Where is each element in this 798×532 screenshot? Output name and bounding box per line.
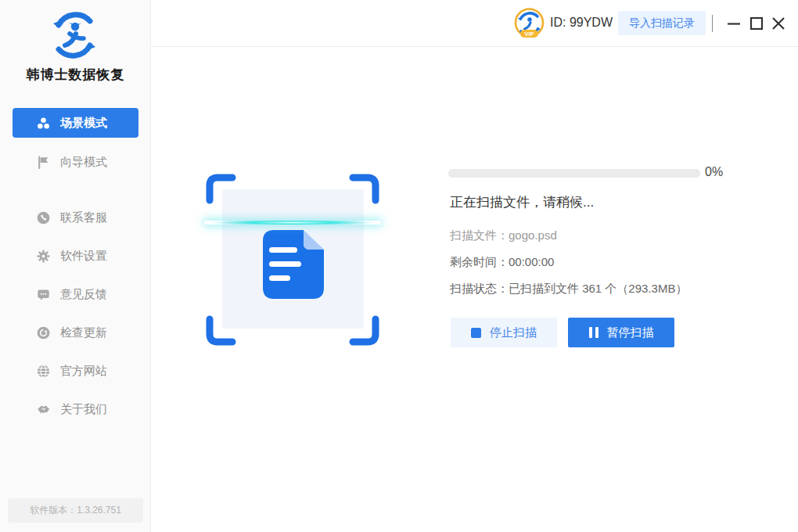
remaining-time-value: 00:00:00 [509, 255, 554, 268]
app-logo-icon [49, 9, 100, 61]
sidebar-item-check-update[interactable]: 检查更新 [13, 318, 138, 347]
sidebar-item-label: 场景模式 [60, 116, 107, 131]
sidebar-item-label: 向导模式 [60, 155, 107, 170]
minimize-button[interactable] [723, 13, 745, 34]
feedback-bubble-icon [37, 288, 50, 301]
import-scan-record-button[interactable]: 导入扫描记录 [618, 11, 706, 35]
sidebar-item-label: 软件设置 [60, 249, 107, 264]
contact-support-icon [37, 211, 50, 225]
user-id: ID: 99YDW [550, 16, 613, 30]
sidebar-item-label: 意见反馈 [60, 287, 107, 302]
maximize-icon [749, 16, 764, 31]
sidebar-item-label: 关于我们 [60, 402, 107, 417]
close-icon [771, 16, 786, 31]
settings-gear-icon [37, 250, 50, 263]
remaining-time-label: 剩余时间： [450, 255, 509, 268]
window-controls-divider [712, 15, 713, 32]
stop-scan-label: 停止扫描 [490, 325, 537, 340]
about-handshake-icon [37, 403, 50, 416]
version-badge: 软件版本：1.3.26.751 [8, 498, 143, 523]
pause-icon [589, 327, 598, 338]
sidebar-item-scene-mode[interactable]: 场景模式 [13, 108, 138, 138]
sidebar-item-feedback[interactable]: 意见反馈 [13, 279, 138, 309]
scan-file-value: gogo.psd [509, 228, 557, 242]
vip-avatar[interactable]: VIP [514, 8, 545, 39]
remaining-time-line: 剩余时间：00:00:00 [450, 255, 554, 270]
website-globe-icon [37, 365, 50, 378]
sidebar-item-settings[interactable]: 软件设置 [13, 241, 138, 271]
maximize-button[interactable] [746, 13, 767, 34]
app-title: 韩博士数据恢复 [0, 66, 151, 84]
sidebar-item-label: 检查更新 [60, 325, 107, 340]
sidebar-item-label: 官方网站 [60, 364, 107, 379]
scan-progress-bar [448, 169, 700, 178]
check-update-icon [37, 326, 50, 340]
sidebar-item-about[interactable]: 关于我们 [13, 394, 138, 424]
minimize-icon [726, 16, 742, 31]
corner-brackets [206, 174, 379, 346]
wizard-mode-icon [37, 156, 50, 169]
sidebar-item-label: 联系客服 [60, 210, 107, 225]
sidebar-item-website[interactable]: 官方网站 [13, 356, 138, 386]
stop-icon [471, 328, 481, 338]
pause-scan-label: 暂停扫描 [607, 325, 654, 340]
scan-status-message: 正在扫描文件，请稍候... [450, 193, 594, 211]
scan-state-value: 已扫描到文件 361 个（293.3MB） [509, 282, 687, 295]
scan-state-line: 扫描状态：已扫描到文件 361 个（293.3MB） [450, 282, 687, 297]
scan-file-label: 扫描文件： [450, 228, 509, 242]
vip-badge-label: VIP [524, 31, 534, 38]
sidebar-item-contact-support[interactable]: 联系客服 [13, 203, 138, 232]
scan-progress-percent: 0% [705, 165, 723, 179]
close-button[interactable] [767, 13, 789, 34]
scene-mode-icon [37, 117, 50, 130]
scan-file-line: 扫描文件：gogo.psd [450, 228, 557, 243]
stop-scan-button[interactable]: 停止扫描 [451, 318, 557, 347]
sidebar: 韩博士数据恢复 场景模式 向导模式 联系客服 [0, 0, 151, 532]
scan-state-label: 扫描状态： [450, 282, 509, 295]
pause-scan-button[interactable]: 暂停扫描 [568, 318, 674, 347]
sidebar-item-wizard-mode[interactable]: 向导模式 [13, 147, 138, 177]
topbar-divider [151, 46, 798, 47]
scan-animation [206, 174, 379, 346]
